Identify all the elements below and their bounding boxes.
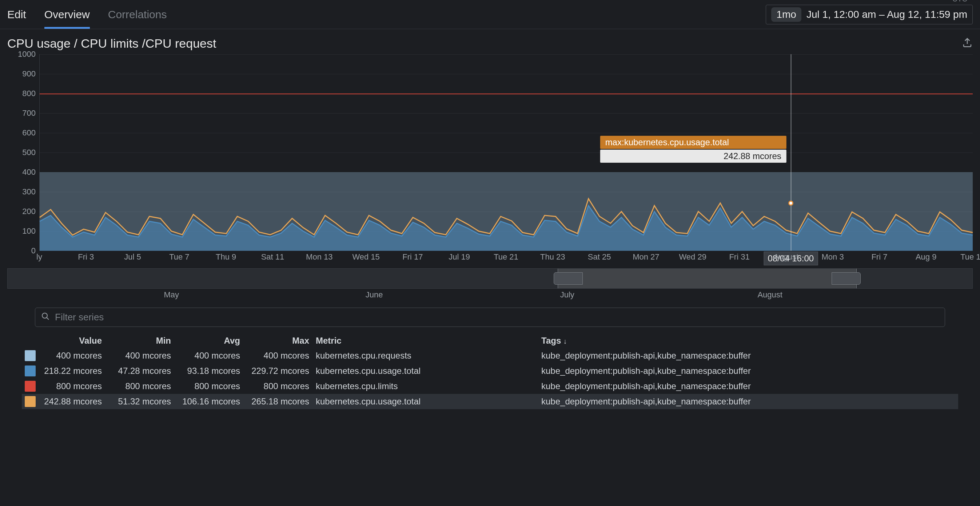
tab-overview[interactable]: Overview [45, 0, 90, 29]
sort-arrow-icon: ↓ [563, 337, 567, 345]
y-tick: 300 [22, 187, 36, 196]
y-tick: 1000 [18, 49, 36, 59]
x-tick: Thu 23 [540, 252, 565, 262]
tab-edit[interactable]: Edit [7, 0, 26, 29]
x-tick: Fri 31 [729, 252, 749, 262]
y-tick: 200 [22, 207, 36, 216]
x-tick: Tue 21 [494, 252, 519, 262]
x-tick: Mon 3 [822, 252, 844, 262]
x-tick: Jul 19 [449, 252, 470, 262]
legend-header-max[interactable]: Max [247, 336, 316, 346]
legend-row[interactable]: 242.88 mcores51.32 mcores106.16 mcores26… [22, 394, 958, 409]
legend-swatch [25, 366, 36, 377]
x-tick: Sat 11 [261, 252, 285, 262]
search-icon [41, 312, 50, 323]
x-tick: Aug 9 [916, 252, 937, 262]
legend-row[interactable]: 400 mcores400 mcores400 mcores400 mcores… [22, 348, 958, 363]
x-tick: Fri 17 [402, 252, 423, 262]
legend-max: 800 mcores [247, 381, 316, 391]
legend-table: Value Min Avg Max Metric Tags↓ 400 mcore… [22, 334, 958, 409]
legend-avg: 800 mcores [178, 381, 247, 391]
chart-plot[interactable]: max:kubernetes.cpu.usage.total 242.88 mc… [39, 54, 973, 251]
legend-header-row: Value Min Avg Max Metric Tags↓ [22, 334, 958, 348]
x-tick: Wed 15 [352, 252, 379, 262]
x-tick: Mon 13 [306, 252, 332, 262]
legend-metric: kubernetes.cpu.usage.total [316, 396, 541, 407]
legend-value: 800 mcores [39, 381, 108, 391]
y-tick: 0 [31, 246, 36, 255]
series-filter-row [35, 308, 945, 327]
tooltip-value: 242.88 mcores [600, 150, 786, 163]
legend-max: 265.18 mcores [247, 396, 316, 407]
time-range-label: Jul 1, 12:00 am – Aug 12, 11:59 pm [807, 9, 967, 21]
legend-swatch [25, 350, 36, 361]
legend-header-min[interactable]: Min [108, 336, 178, 346]
legend-avg: 106.16 mcores [178, 396, 247, 407]
series-filter-input[interactable] [55, 311, 939, 323]
legend-max: 400 mcores [247, 351, 316, 361]
legend-min: 400 mcores [108, 351, 178, 361]
svg-point-0 [42, 313, 47, 318]
tab-correlations[interactable]: Correlations [108, 0, 167, 29]
x-tick: Wed 29 [679, 252, 706, 262]
legend-swatch [25, 396, 36, 407]
legend-avg: 93.18 mcores [178, 366, 247, 376]
chart-title: CPU usage / CPU limits /CPU request [7, 37, 216, 51]
x-tick: Sat 25 [588, 252, 611, 262]
legend-row[interactable]: 800 mcores800 mcores800 mcores800 mcores… [22, 378, 958, 394]
legend-max: 229.72 mcores [247, 366, 316, 376]
y-tick: 900 [22, 69, 36, 79]
scrubber-handle-right[interactable] [832, 272, 861, 285]
x-tick: Fri 7 [871, 252, 887, 262]
time-picker[interactable]: UTC 1mo Jul 1, 12:00 am – Aug 12, 11:59 … [766, 5, 973, 24]
scrubber-tick: June [366, 290, 383, 300]
x-axis: lyFri 3Jul 5Tue 7Thu 9Sat 11Mon 13Wed 15… [39, 252, 973, 263]
x-tick: Tue 11 [960, 252, 980, 262]
y-tick: 400 [22, 168, 36, 177]
tooltip-metric: max:kubernetes.cpu.usage.total [600, 136, 786, 149]
legend-metric: kubernetes.cpu.usage.total [316, 366, 541, 376]
y-tick: 500 [22, 148, 36, 157]
y-tick: 800 [22, 89, 36, 98]
svg-line-1 [46, 318, 49, 319]
x-tick: Thu 9 [216, 252, 236, 262]
scrubber-tick: July [560, 290, 574, 300]
scrubber-tick: May [164, 290, 179, 300]
time-preset[interactable]: 1mo [771, 7, 801, 22]
legend-min: 800 mcores [108, 381, 178, 391]
legend-header-tags[interactable]: Tags↓ [541, 336, 955, 346]
scrubber-selection[interactable] [558, 269, 857, 288]
series-filter[interactable] [35, 308, 945, 327]
legend-value: 218.22 mcores [39, 366, 108, 376]
scrubber-tick: August [757, 290, 783, 300]
legend-value: 242.88 mcores [39, 396, 108, 407]
scrubber-track[interactable] [7, 268, 973, 289]
legend-tags: kube_deployment:publish-api,kube_namespa… [541, 366, 955, 376]
legend-header-metric[interactable]: Metric [316, 336, 541, 346]
scrubber-ticks: MayJuneJulyAugust [7, 290, 973, 301]
share-icon[interactable] [962, 37, 973, 50]
legend-tags: kube_deployment:publish-api,kube_namespa… [541, 351, 955, 361]
legend-metric: kubernetes.cpu.limits [316, 381, 541, 391]
tab-strip: Edit Overview Correlations [7, 0, 167, 29]
y-tick: 100 [22, 227, 36, 236]
x-tick: Mon 27 [633, 252, 659, 262]
legend-value: 400 mcores [39, 351, 108, 361]
legend-tags: kube_deployment:publish-api,kube_namespa… [541, 396, 955, 407]
time-utc-label: UTC [952, 0, 967, 3]
legend-tags: kube_deployment:publish-api,kube_namespa… [541, 381, 955, 391]
legend-swatch [25, 381, 36, 392]
x-tick: August [774, 252, 799, 262]
legend-avg: 400 mcores [178, 351, 247, 361]
legend-header-avg[interactable]: Avg [178, 336, 247, 346]
topbar: Edit Overview Correlations UTC 1mo Jul 1… [0, 0, 980, 29]
legend-min: 47.28 mcores [108, 366, 178, 376]
legend-header-value[interactable]: Value [39, 336, 108, 346]
legend-row[interactable]: 218.22 mcores47.28 mcores93.18 mcores229… [22, 363, 958, 378]
y-tick: 700 [22, 109, 36, 118]
chart-cursor-dot [788, 201, 793, 206]
scrubber-handle-left[interactable] [554, 272, 583, 285]
chart-area: 10009008007006005004003002001000 max:kub… [7, 54, 973, 263]
x-tick: ly [37, 252, 42, 262]
time-scrubber: MayJuneJulyAugust [7, 268, 973, 301]
